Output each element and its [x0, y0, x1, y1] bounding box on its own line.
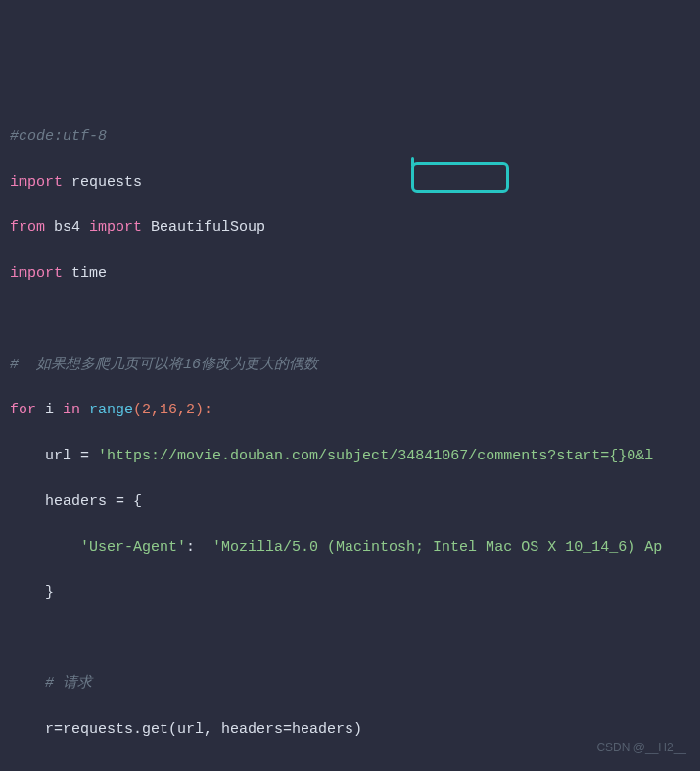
keyword-import: import — [10, 174, 63, 191]
operator: = — [54, 721, 63, 738]
brace: } — [45, 584, 54, 601]
numbers: (2,16,2): — [133, 402, 212, 418]
watermark-text: CSDN @__H2__ — [596, 739, 686, 757]
variable: headers — [45, 493, 107, 509]
variable: i — [45, 402, 54, 418]
string-value: 'Mozilla/5.0 (Macintosh; Intel Mac OS X … — [212, 539, 662, 555]
operator: = — [80, 448, 89, 464]
operator: = — [116, 493, 124, 509]
keyword-for: for — [10, 402, 36, 418]
module: requests — [71, 174, 142, 191]
brace: { — [133, 493, 142, 509]
colon: : — [186, 539, 195, 555]
string-url: 'https://movie.douban.com/subject/348410… — [98, 448, 653, 464]
function: range — [89, 402, 133, 418]
keyword-from: from — [10, 219, 45, 236]
class: BeautifulSoup — [151, 219, 265, 236]
comment: #code:utf-8 — [10, 128, 107, 145]
keyword-import: import — [89, 219, 142, 236]
comment: # 如果想多爬几页可以将16修改为更大的偶数 — [10, 357, 318, 373]
code-editor: #code:utf-8 import requests from bs4 imp… — [10, 103, 690, 771]
comment: # 请求 — [45, 675, 92, 692]
keyword-in: in — [63, 402, 80, 418]
string-key: 'User-Agent' — [80, 539, 186, 555]
module: bs4 — [54, 219, 80, 236]
variable: url — [45, 448, 71, 464]
call: requests.get(url, headers=headers) — [63, 721, 362, 738]
variable: r — [45, 721, 54, 738]
module: time — [71, 265, 107, 282]
keyword-import: import — [10, 265, 63, 282]
